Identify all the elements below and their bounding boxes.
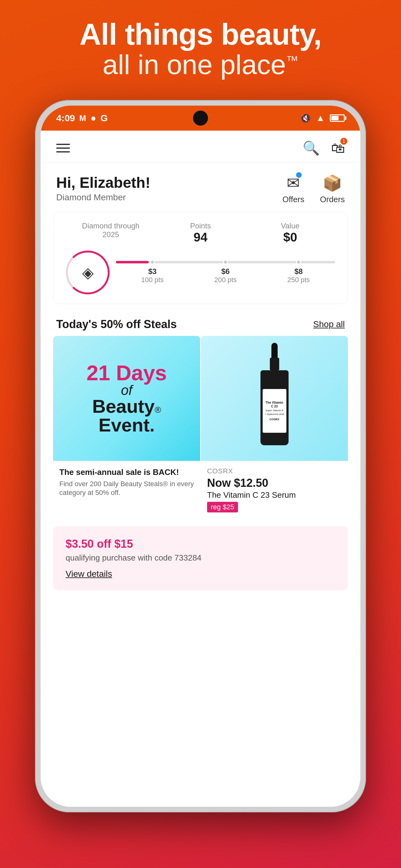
offers-button[interactable]: ✉ Offers [282,174,304,204]
product-brand: COSRX [207,467,342,475]
points-label: Points [156,221,245,230]
product-card[interactable]: The Vitamin C 23Super Vitamin E+ Hyaluro… [201,336,348,520]
event-info: The semi-annual sale is BACK! Find over … [53,461,200,505]
diamond-icon: ◈ [82,264,94,281]
mail-icon: M [79,114,86,123]
event-beauty: Beauty® [87,397,167,416]
battery-icon [330,114,345,122]
points-value: 94 [156,230,245,244]
offers-label: Offers [282,195,304,204]
bottle-neck [270,358,279,370]
coupon-card: $3.50 off $15 qualifying purchase with c… [53,526,348,590]
product-info: COSRX Now $12.50 The Vitamin C 23 Serum … [201,461,348,520]
points-tracker: Diamond through 2025 Points 94 Value $0 [53,212,348,304]
coupon-title: $3.50 off $15 [66,537,335,551]
progress-bar [116,261,335,264]
progress-track: $3 100 pts $6 200 pts $8 250 pts [116,261,335,284]
hamburger-line [56,148,70,149]
points-body: ◈ $3 [66,251,335,294]
bottle-label-title: The Vitamin C 23Super Vitamin E+ Hyaluro… [265,401,285,416]
diamond-col: Diamond through 2025 [66,221,156,244]
progress-dot [150,260,155,265]
hero-line2: all in one place™ [25,50,376,79]
products-grid: 21 Days of Beauty® Event. The semi-annua… [53,336,348,520]
bottle-body: The Vitamin C 23Super Vitamin E+ Hyaluro… [261,370,289,445]
wifi-icon: ▲ [316,113,325,123]
value-col: Value $0 [245,221,335,244]
product-reg-price: reg $25 [207,502,238,513]
event-event: Event. [87,416,167,435]
diamond-circle: ◈ [66,251,110,294]
shop-all-link[interactable]: Shop all [313,319,345,329]
points-header: Diamond through 2025 Points 94 Value $0 [66,221,335,244]
bottle-dropper [271,343,278,359]
box-icon: 📦 [323,174,342,192]
mute-icon: 🔇 [300,113,311,123]
event-of: of [121,382,132,398]
product-price: Now $12.50 [207,476,342,490]
hero-line1: All things beauty, [25,19,376,50]
membership-label: Diamond Member [56,192,150,203]
points-col: Points 94 [156,221,245,244]
progress-dot [223,260,228,265]
steals-title: Today's 50% off Steals [56,318,177,331]
search-button[interactable]: 🔍 [303,140,320,156]
time-display: 4:09 [56,113,75,123]
hero-section: All things beauty, all in one place™ [0,19,401,79]
coupon-link[interactable]: View details [66,569,112,579]
product-name: The Vitamin C 23 Serum [207,490,342,500]
progress-dots [116,260,335,265]
welcome-left: Hi, Elizabeth! Diamond Member [56,174,150,203]
promo-body: Find over 200 Daily Beauty Steals® in ev… [59,479,194,497]
progress-labels: $3 100 pts $6 200 pts $8 250 pts [116,267,335,284]
hamburger-button[interactable] [56,144,70,153]
bottle-brand: COSRX [269,418,279,421]
header-icons: 🔍 🛍 1 [303,140,345,156]
promo-title: The semi-annual sale is BACK! [59,467,194,478]
phone-frame: 4:09 M ● G 🔇 ▲ [35,100,366,812]
offers-dot [296,172,302,178]
hamburger-line [56,151,70,153]
value-label: Value [245,221,335,230]
greeting: Hi, Elizabeth! [56,174,150,191]
offers-icon-wrapper: ✉ [287,174,300,192]
g-icon: G [101,113,108,123]
steals-section-header: Today's 50% off Steals Shop all [41,312,360,336]
status-left: 4:09 M ● G [56,113,108,123]
status-right: 🔇 ▲ [300,113,345,123]
coupon-desc: qualifying purchase with code 733284 [66,553,335,563]
phone-screen: 4:09 M ● G 🔇 ▲ [41,105,360,807]
progress-dot [296,260,301,265]
status-bar: 4:09 M ● G 🔇 ▲ [41,105,360,131]
product-image: The Vitamin C 23Super Vitamin E+ Hyaluro… [201,336,348,461]
serum-bottle: The Vitamin C 23Super Vitamin E+ Hyaluro… [256,351,293,445]
search-icon: 🔍 [303,140,320,156]
diamond-label: Diamond through 2025 [66,221,156,239]
app-header: 🔍 🛍 1 [41,131,360,163]
cart-count: 1 [340,138,347,145]
welcome-right: ✉ Offers 📦 Orders [282,174,345,204]
milestone-1: $3 100 pts [141,267,164,284]
milestone-3: $8 250 pts [287,267,310,284]
event-period: . [149,415,155,436]
app-content: 🔍 🛍 1 Hi, Elizabeth! Diamond Member [41,131,360,807]
event-text: 21 Days of Beauty® Event. [87,362,167,435]
event-days: 21 Days [87,362,167,383]
welcome-section: Hi, Elizabeth! Diamond Member ✉ Offers 📦 [41,163,360,212]
orders-label: Orders [320,195,345,204]
hamburger-line [56,144,70,145]
event-card[interactable]: 21 Days of Beauty® Event. The semi-annua… [53,336,200,520]
circle-icon: ● [91,113,96,123]
milestone-2: $6 200 pts [214,267,237,284]
orders-button[interactable]: 📦 Orders [320,174,345,204]
bottle-label: The Vitamin C 23Super Vitamin E+ Hyaluro… [263,389,287,433]
cart-button[interactable]: 🛍 1 [331,140,345,156]
value-amount: $0 [245,230,335,244]
orders-icon-wrapper: 📦 [323,174,342,192]
camera-notch [193,111,208,126]
event-image: 21 Days of Beauty® Event. [53,336,200,461]
